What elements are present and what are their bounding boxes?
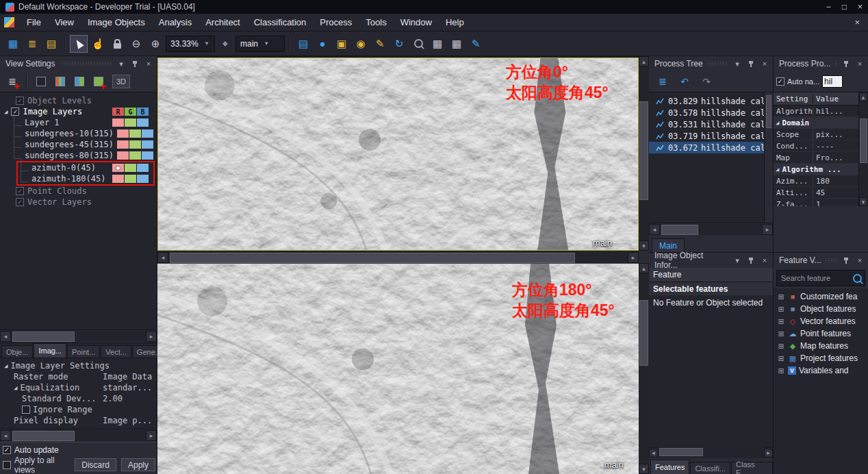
menu-architect[interactable]: Architect: [199, 15, 247, 29]
layer-g-cell[interactable]: [129, 129, 141, 138]
checkbox-vector-layers[interactable]: ✓: [16, 198, 24, 206]
tree-root-row[interactable]: ◢ Image Layer Settings: [0, 360, 157, 371]
feature-column-header[interactable]: Feature: [649, 268, 773, 282]
layer-b-cell[interactable]: [137, 164, 149, 172]
scroll-down-icon[interactable]: ▾: [639, 464, 649, 474]
search-icon[interactable]: [853, 274, 862, 283]
pin-icon[interactable]: [130, 59, 140, 68]
expand-triangle-icon[interactable]: ◢: [14, 385, 17, 391]
sync-views-icon[interactable]: ↻: [390, 35, 408, 53]
scroll-right-icon[interactable]: ▸: [146, 331, 157, 342]
scroll-down-icon[interactable]: ▾: [859, 197, 867, 206]
layer-b-cell[interactable]: [142, 140, 153, 149]
zoom-window-icon[interactable]: [409, 35, 427, 53]
scroll-thumb[interactable]: [639, 300, 648, 366]
scroll-down-icon[interactable]: ▾: [639, 240, 649, 251]
menu-classification[interactable]: Classification: [247, 15, 314, 29]
show-layers-icon[interactable]: ▤: [294, 35, 312, 53]
layer-item[interactable]: sundegrees-10(315): [0, 128, 157, 139]
close-button[interactable]: ×: [858, 2, 863, 12]
scroll-track[interactable]: [859, 101, 868, 197]
tab-object[interactable]: Obje...: [1, 345, 33, 358]
layer-stack-sun-icon[interactable]: ▤: [42, 35, 60, 53]
scroll-thumb[interactable]: [170, 253, 575, 263]
property-row[interactable]: Azim... 180: [774, 175, 858, 187]
layer-item-azimuth-180[interactable]: azimuth-180(45): [18, 173, 153, 184]
close-icon[interactable]: ×: [855, 59, 865, 68]
scroll-track[interactable]: [639, 66, 649, 240]
pin-icon[interactable]: [746, 59, 756, 68]
menu-view[interactable]: View: [48, 15, 81, 29]
selectable-features-row[interactable]: Selectable features: [649, 282, 773, 296]
tree-item-vector-layers[interactable]: ✓ Vector Layers: [0, 197, 157, 208]
map-viewport-bottom[interactable]: 方位角180° 太阳高度角45° main: [157, 263, 639, 474]
pixel-grid-icon[interactable]: ▦: [429, 35, 446, 53]
process-tree-icon[interactable]: ≣: [654, 73, 671, 90]
setting-row-equalization[interactable]: ◢ Equalization standar...: [0, 382, 157, 393]
tab-point[interactable]: Point...: [67, 345, 100, 358]
feature-group-variables[interactable]: ⊞ V Variables and: [774, 364, 868, 377]
scroll-thumb[interactable]: [12, 431, 75, 441]
layer-b-cell[interactable]: [142, 151, 153, 160]
layer-b-cell[interactable]: [142, 129, 153, 138]
apply-button[interactable]: Apply: [121, 458, 155, 471]
feature-search-input[interactable]: [780, 273, 850, 283]
tab-image[interactable]: Imag...: [34, 343, 66, 358]
image-object-info-hscrollbar[interactable]: ◂ ▸: [649, 447, 773, 458]
workspace-icon[interactable]: ▦: [4, 35, 22, 53]
menu-window[interactable]: Window: [394, 15, 439, 29]
tree-item-object-levels[interactable]: ✓ Object Levels: [0, 95, 157, 106]
expand-icon[interactable]: ⊞: [777, 354, 785, 363]
expand-icon[interactable]: ⊞: [777, 366, 785, 375]
feature-group-customized[interactable]: ⊞ ■ Customized fea: [774, 290, 868, 303]
top-view-hscrollbar[interactable]: ◂ ▸: [157, 251, 639, 264]
scroll-track[interactable]: [168, 252, 628, 263]
layer-g-cell[interactable]: [129, 140, 141, 149]
scroll-thumb[interactable]: [766, 95, 771, 128]
minimize-button[interactable]: −: [826, 2, 831, 12]
map-viewport-top[interactable]: 方位角0° 太阳高度角45° main: [157, 58, 639, 251]
menu-process[interactable]: Process: [313, 15, 359, 29]
process-item[interactable]: 03.531 hillshade calc: [649, 118, 773, 130]
process-tree-vscrollbar[interactable]: [764, 92, 773, 223]
rgb-layer-view-icon[interactable]: [52, 73, 68, 90]
setting-row-pixel-display[interactable]: Pixel display Image p...: [0, 415, 157, 426]
process-item[interactable]: 03.719 hillshade calc: [649, 130, 773, 142]
checkbox-auto-name[interactable]: ✓: [776, 77, 784, 86]
checkbox-point-clouds[interactable]: ✓: [16, 187, 24, 195]
document-close-icon[interactable]: ×: [850, 17, 864, 27]
top-view-vscrollbar[interactable]: ▴ ▾: [639, 56, 649, 251]
process-item[interactable]: 03.578 hillshade calc: [649, 107, 773, 118]
feature-group-project[interactable]: ⊞ ▦ Project features: [774, 352, 868, 364]
menu-image-objects[interactable]: Image Objects: [81, 15, 152, 29]
pin-icon[interactable]: [841, 255, 851, 265]
expand-triangle-icon[interactable]: ◢: [776, 120, 779, 126]
expand-icon[interactable]: ⊞: [777, 329, 785, 338]
object-grid-icon[interactable]: ▦: [448, 35, 465, 53]
scroll-thumb[interactable]: [860, 118, 867, 163]
scroll-right-icon[interactable]: ▸: [762, 224, 773, 235]
single-layer-view-icon[interactable]: [33, 73, 49, 90]
layer-r-cell[interactable]: [112, 164, 124, 172]
feature-group-object[interactable]: ⊞ ■ Object features: [774, 303, 868, 315]
edit-layer-mixing-icon[interactable]: ≣: [4, 73, 21, 90]
layer-r-cell[interactable]: [112, 175, 124, 183]
setting-row-raster-mode[interactable]: Raster mode Image Data: [0, 371, 157, 382]
scroll-left-icon[interactable]: ◂: [0, 430, 11, 441]
scroll-up-icon[interactable]: ▴: [639, 56, 649, 66]
map-view-select[interactable]: main ▾: [235, 36, 285, 52]
select-tool-icon[interactable]: [70, 35, 88, 53]
property-row[interactable]: Z-fa... 1: [774, 199, 858, 206]
scroll-left-icon[interactable]: ◂: [649, 224, 660, 235]
scroll-thumb[interactable]: [661, 225, 698, 235]
property-row[interactable]: Algorithm hil...: [774, 105, 858, 117]
split-window-icon[interactable]: ▣: [333, 35, 350, 53]
property-group-row[interactable]: ◢ Algorithm ...: [774, 164, 858, 175]
expand-icon[interactable]: ⊞: [777, 317, 785, 326]
feature-group-map[interactable]: ⊞ ◆ Map features: [774, 340, 868, 352]
scroll-track[interactable]: [658, 447, 764, 458]
show-classification-icon[interactable]: ◉: [352, 35, 370, 53]
setting-row-standard-dev[interactable]: Standard Dev... 2.00: [0, 393, 157, 404]
expand-triangle-icon[interactable]: ◢: [4, 109, 8, 115]
panel-menu-icon[interactable]: ▾: [732, 255, 742, 265]
